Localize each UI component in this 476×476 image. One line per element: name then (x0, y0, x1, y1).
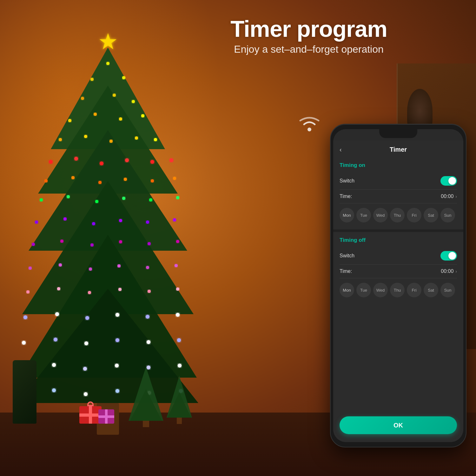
svg-point-9 (90, 78, 94, 81)
timing-off-time-label: Time: (340, 268, 352, 274)
svg-point-76 (177, 338, 181, 342)
timing-on-toggle-knob (448, 177, 456, 185)
svg-point-65 (23, 315, 27, 319)
svg-point-72 (54, 338, 57, 341)
svg-point-75 (147, 340, 150, 344)
svg-point-27 (150, 160, 154, 164)
timing-on-day-mon[interactable]: Mon (340, 208, 354, 222)
timing-on-day-sat[interactable]: Sat (424, 208, 438, 222)
svg-point-67 (85, 316, 89, 320)
timing-on-time-value: 00:00 › (441, 194, 457, 199)
svg-point-28 (169, 158, 173, 162)
svg-point-60 (57, 287, 60, 290)
svg-point-23 (49, 160, 53, 164)
svg-point-95 (307, 128, 311, 131)
timing-off-day-wed[interactable]: Wed (373, 283, 388, 297)
svg-point-51 (148, 242, 151, 245)
svg-point-35 (40, 198, 43, 202)
smartphone: ‹ Timer Timing on Switch Time: 00:00 › (330, 124, 466, 447)
svg-point-22 (154, 138, 157, 141)
page-title: Timer program (230, 16, 387, 42)
gift-box-2 (98, 409, 114, 424)
app-header: ‹ Timer (333, 140, 463, 157)
svg-point-33 (151, 179, 154, 182)
app-body: Timing on Switch Time: 00:00 › M (333, 157, 463, 442)
svg-point-49 (90, 243, 94, 247)
timing-on-day-thu[interactable]: Thu (390, 208, 405, 222)
timing-off-days: Mon Tue Wed Thu Fri Sat Sun (340, 278, 457, 303)
timing-off-time-value: 00:00 › (441, 268, 457, 274)
svg-point-32 (124, 178, 127, 181)
svg-point-57 (146, 266, 149, 269)
phone-screen: ‹ Timer Timing on Switch Time: 00:00 › (333, 129, 463, 442)
back-button[interactable]: ‹ (340, 146, 342, 153)
timing-off-day-sat[interactable]: Sat (424, 283, 438, 297)
timing-off-time-row[interactable]: Time: 00:00 › (340, 265, 457, 278)
wifi-signal-icon (298, 114, 321, 137)
phone-notch (379, 129, 417, 138)
volume-down-button (330, 197, 331, 220)
small-tree-2 (165, 373, 194, 425)
timing-off-title: Timing off (340, 237, 457, 243)
timing-on-time-label: Time: (340, 194, 352, 199)
svg-point-73 (84, 341, 88, 345)
timing-on-chevron: › (455, 194, 457, 199)
page-subtitle: Enjoy a set–and–forget operation (230, 43, 387, 55)
svg-point-84 (52, 388, 56, 392)
timing-on-day-sun[interactable]: Sun (440, 208, 455, 222)
timing-on-time-row[interactable]: Time: 00:00 › (340, 190, 457, 203)
svg-point-11 (81, 97, 84, 100)
timing-on-day-tue[interactable]: Tue (356, 208, 371, 222)
timing-on-day-wed[interactable]: Wed (373, 208, 388, 222)
ok-button[interactable]: OK (340, 416, 457, 434)
svg-point-12 (113, 94, 116, 97)
header-section: Timer program Enjoy a set–and–forget ope… (230, 16, 387, 55)
svg-point-48 (60, 240, 63, 243)
app-title: Timer (390, 146, 407, 153)
svg-point-42 (63, 217, 67, 221)
timing-off-day-sun[interactable]: Sun (440, 283, 455, 297)
svg-point-8 (106, 62, 109, 65)
svg-point-45 (146, 221, 149, 224)
svg-point-59 (26, 290, 30, 294)
svg-point-25 (100, 162, 103, 165)
svg-point-55 (89, 268, 92, 271)
svg-point-34 (173, 177, 176, 180)
small-tree-1 (127, 364, 165, 428)
svg-point-16 (119, 117, 122, 121)
app-container: ‹ Timer Timing on Switch Time: 00:00 › (333, 140, 463, 442)
svg-point-71 (22, 341, 26, 345)
svg-point-80 (115, 364, 119, 367)
svg-point-36 (67, 195, 70, 198)
svg-point-41 (35, 221, 38, 224)
timing-on-day-fri[interactable]: Fri (407, 208, 421, 222)
timing-off-day-thu[interactable]: Thu (390, 283, 405, 297)
svg-point-85 (84, 392, 88, 396)
svg-point-58 (175, 264, 178, 267)
svg-point-64 (176, 288, 179, 291)
section-divider (333, 229, 463, 232)
svg-point-70 (176, 313, 180, 317)
timing-off-day-tue[interactable]: Tue (356, 283, 371, 297)
timing-off-chevron: › (455, 269, 457, 274)
svg-point-46 (173, 218, 176, 221)
svg-point-66 (55, 312, 59, 316)
svg-point-78 (52, 363, 56, 367)
svg-point-17 (141, 114, 144, 117)
svg-point-26 (125, 158, 129, 162)
svg-point-21 (135, 136, 138, 140)
timing-off-day-mon[interactable]: Mon (340, 283, 354, 297)
svg-point-13 (132, 100, 135, 103)
svg-point-19 (84, 135, 87, 138)
svg-point-18 (59, 138, 62, 141)
svg-point-69 (146, 315, 149, 319)
svg-point-29 (44, 179, 48, 182)
timing-on-days: Mon Tue Wed Thu Fri Sat Sun (340, 203, 457, 228)
timing-off-day-fri[interactable]: Fri (407, 283, 421, 297)
timing-on-toggle[interactable] (440, 176, 457, 186)
svg-point-39 (149, 198, 152, 202)
svg-point-31 (98, 181, 102, 184)
timing-off-toggle[interactable] (440, 251, 457, 261)
svg-point-56 (117, 264, 121, 268)
power-button (466, 188, 466, 210)
